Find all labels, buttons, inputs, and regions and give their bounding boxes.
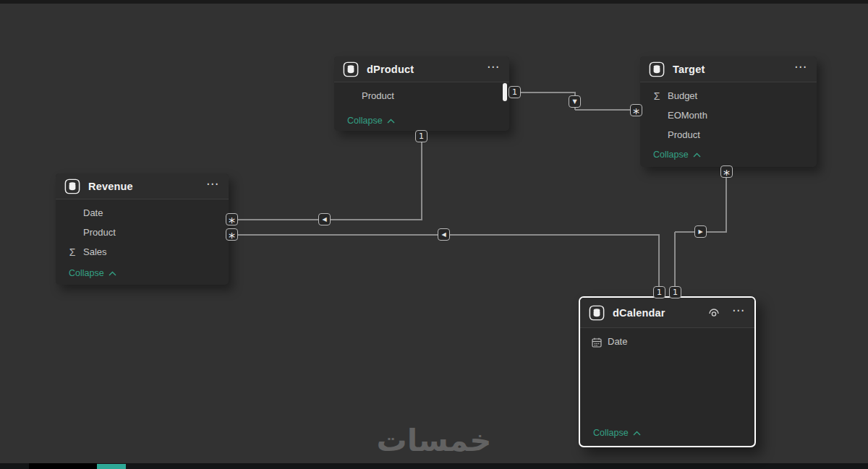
collapse-link[interactable]: Collapse: [347, 116, 395, 126]
top-window-strip: [0, 0, 868, 4]
collapse-link[interactable]: Collapse: [69, 268, 116, 278]
database-icon: [649, 61, 665, 77]
cardinality-one-marker[interactable]: 1: [509, 86, 521, 98]
collapse-link[interactable]: Collapse: [593, 428, 641, 438]
table-title: dCalendar: [613, 307, 707, 319]
cardinality-many-marker[interactable]: *: [226, 228, 238, 241]
field-row-eomonth[interactable]: EOMonth: [640, 106, 817, 125]
table-header[interactable]: dCalendar ⋯: [580, 298, 754, 328]
database-icon: [64, 178, 80, 194]
relationship-line-revenue-dproduct[interactable]: [421, 142, 422, 220]
more-options-icon[interactable]: ⋯: [205, 179, 220, 194]
database-icon: [589, 305, 605, 321]
collapse-label: Collapse: [69, 268, 104, 278]
relationship-line-dcalendar-target[interactable]: [726, 178, 727, 233]
filter-arrow-down-icon[interactable]: ▼: [569, 95, 581, 108]
chevron-up-icon: [693, 152, 701, 158]
field-row-date[interactable]: Date: [56, 203, 229, 223]
field-row-sales[interactable]: Σ Sales: [56, 242, 229, 262]
chevron-up-icon: [633, 431, 641, 436]
field-label: Budget: [668, 90, 697, 101]
table-card-dproduct[interactable]: dProduct ⋯ Product Collapse: [334, 56, 509, 131]
relationship-line-dcalendar-target[interactable]: [674, 232, 676, 288]
cardinality-one-marker[interactable]: 1: [669, 286, 681, 298]
more-options-icon[interactable]: ⋯: [731, 306, 746, 320]
field-row-budget[interactable]: Σ Budget: [640, 86, 817, 106]
taskbar-segment-black: [29, 463, 97, 469]
taskbar-strip: [0, 463, 868, 469]
sigma-sum-icon: Σ: [65, 246, 80, 258]
table-card-revenue[interactable]: Revenue ⋯ Date Product Σ Sales Collapse: [56, 173, 229, 285]
cardinality-one-marker[interactable]: 1: [653, 286, 665, 298]
field-label: Product: [83, 227, 116, 238]
field-row-product[interactable]: Product: [56, 223, 229, 242]
cardinality-many-marker[interactable]: *: [630, 104, 642, 116]
table-header[interactable]: Target ⋯: [640, 56, 817, 82]
collapse-label: Collapse: [347, 116, 383, 126]
chevron-up-icon: [109, 271, 116, 276]
filter-arrow-left-icon[interactable]: ◀: [438, 228, 450, 241]
field-label: Sales: [83, 246, 107, 257]
sigma-sum-icon: Σ: [650, 90, 664, 102]
filter-arrow-left-icon[interactable]: ◀: [318, 213, 331, 225]
relationship-line-revenue-dcalendar[interactable]: [658, 235, 660, 288]
field-row-date[interactable]: Date: [580, 332, 754, 351]
taskbar-segment-teal[interactable]: [97, 464, 126, 469]
table-card-target[interactable]: Target ⋯ Σ Budget EOMonth Product Collap…: [640, 56, 817, 167]
more-options-icon[interactable]: ⋯: [793, 62, 808, 77]
khamsat-watermark: خمسات: [340, 423, 528, 458]
calendar-icon: [590, 335, 604, 347]
relationship-endpoint-highlight: [503, 83, 507, 101]
cardinality-one-marker[interactable]: 1: [415, 130, 427, 142]
collapse-label: Collapse: [653, 150, 689, 160]
collapse-link[interactable]: Collapse: [653, 150, 701, 160]
field-label: EOMonth: [668, 110, 707, 121]
table-title: dProduct: [367, 64, 485, 75]
cardinality-many-marker[interactable]: *: [226, 213, 238, 225]
database-icon: [343, 61, 359, 77]
table-card-dcalendar-selected[interactable]: dCalendar ⋯: [579, 296, 756, 447]
table-title: Revenue: [88, 181, 205, 192]
visibility-eye-icon[interactable]: [707, 308, 720, 318]
chevron-up-icon: [387, 119, 395, 124]
filter-arrow-right-icon[interactable]: ▶: [694, 225, 707, 238]
cardinality-many-marker[interactable]: *: [720, 165, 733, 178]
relationship-line-dproduct-target[interactable]: [521, 92, 576, 93]
more-options-icon[interactable]: ⋯: [485, 62, 501, 77]
field-label: Date: [83, 207, 103, 218]
field-label: Product: [668, 129, 700, 140]
table-header[interactable]: Revenue ⋯: [56, 173, 229, 199]
relationship-line-dproduct-target[interactable]: [575, 109, 631, 111]
model-view-canvas[interactable]: خمسات * ◀ 1 * ◀ 1 1 ▼ * * ▶ 1 dProduct ⋯: [0, 0, 868, 469]
field-label: Product: [362, 90, 394, 101]
field-row-product[interactable]: Product: [334, 86, 509, 106]
field-label: Date: [608, 336, 627, 347]
table-title: Target: [673, 64, 793, 75]
field-row-product[interactable]: Product: [640, 125, 817, 145]
table-header[interactable]: dProduct ⋯: [334, 56, 509, 82]
collapse-label: Collapse: [593, 428, 629, 438]
